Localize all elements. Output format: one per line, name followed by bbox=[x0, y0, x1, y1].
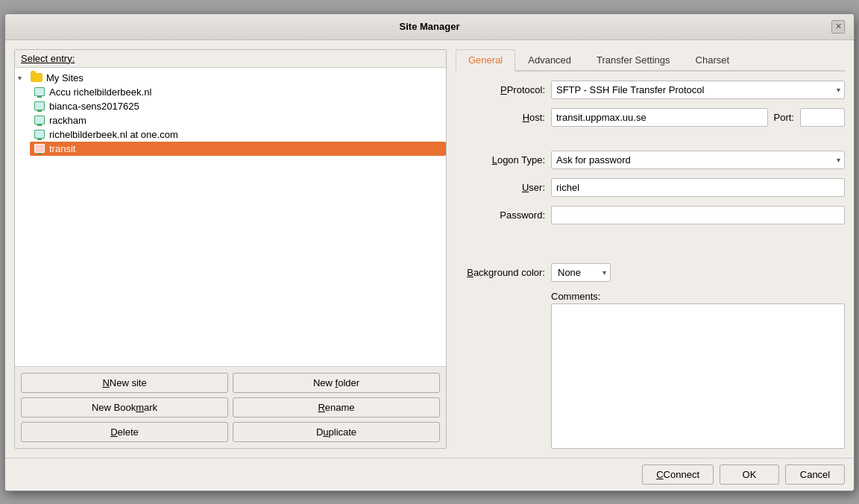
tree-item-label: bianca-sens2017625 bbox=[49, 101, 139, 112]
host-row: Host: Port: bbox=[456, 108, 845, 127]
action-buttons: NNew site New folder New Bookmark Rename… bbox=[15, 366, 446, 448]
bottom-bar: CConnect OK Cancel bbox=[5, 458, 854, 491]
delete-button[interactable]: Delete bbox=[21, 422, 228, 442]
tree-item[interactable]: Accu richelbilderbeek.nl bbox=[30, 85, 446, 99]
tree-item-selected[interactable]: transit bbox=[30, 142, 446, 156]
tree-item[interactable]: richelbilderbeek.nl at one.com bbox=[30, 127, 446, 142]
logon-type-row: Logon Type: Ask for password Normal Anon… bbox=[456, 151, 845, 169]
connect-button[interactable]: CConnect bbox=[642, 464, 714, 485]
site-icon bbox=[33, 129, 46, 139]
dialog-body: Select entry: ▾ My Sites Accu richelbild… bbox=[5, 40, 854, 458]
protocol-label: PProtocol: bbox=[456, 84, 545, 95]
tab-charset[interactable]: Charset bbox=[683, 49, 743, 72]
user-input[interactable] bbox=[551, 178, 845, 197]
user-label: User: bbox=[456, 182, 545, 193]
ok-button[interactable]: OK bbox=[720, 464, 779, 485]
port-label: Port: bbox=[774, 112, 794, 123]
cancel-button[interactable]: Cancel bbox=[785, 464, 845, 485]
comments-label: Comments: bbox=[551, 291, 845, 302]
title-bar: Site Manager ✕ bbox=[5, 14, 854, 40]
logon-select[interactable]: Ask for password Normal Anonymous bbox=[551, 151, 845, 169]
tab-advanced[interactable]: Advanced bbox=[515, 49, 584, 72]
logon-select-wrapper: Ask for password Normal Anonymous ▾ bbox=[551, 151, 845, 169]
new-site-button[interactable]: NNew site bbox=[21, 373, 228, 393]
duplicate-button[interactable]: Duplicate bbox=[233, 422, 440, 442]
bg-color-select[interactable]: None Red Green Blue bbox=[551, 263, 611, 282]
tree-root-item[interactable]: ▾ My Sites bbox=[15, 71, 446, 85]
new-bookmark-button[interactable]: New Bookmark bbox=[21, 397, 228, 418]
settings-form: PProtocol: SFTP - SSH File Transfer Prot… bbox=[456, 81, 845, 449]
tree-item-label: richelbilderbeek.nl at one.com bbox=[49, 129, 178, 140]
comments-textarea[interactable] bbox=[551, 303, 845, 449]
tab-general[interactable]: General bbox=[456, 49, 515, 72]
port-input[interactable] bbox=[800, 108, 845, 127]
right-panel: General Advanced Transfer Settings Chars… bbox=[447, 49, 845, 449]
tree-root-label: My Sites bbox=[46, 72, 84, 84]
select-entry-label: Select entry: bbox=[15, 50, 446, 68]
close-button[interactable]: ✕ bbox=[831, 20, 845, 34]
tree-expand-icon[interactable]: ▾ bbox=[18, 74, 30, 82]
tree-item-label: Accu richelbilderbeek.nl bbox=[49, 86, 151, 98]
protocol-select[interactable]: SFTP - SSH File Transfer Protocol FTP FT… bbox=[551, 81, 845, 99]
password-row: Password: bbox=[456, 206, 845, 224]
host-label: Host: bbox=[456, 112, 545, 123]
bg-color-row: Background color: None Red Green Blue ▾ bbox=[456, 263, 845, 282]
protocol-select-wrapper: SFTP - SSH File Transfer Protocol FTP FT… bbox=[551, 81, 845, 99]
tab-transfer-settings[interactable]: Transfer Settings bbox=[584, 49, 683, 72]
comments-section: Comments: bbox=[456, 291, 845, 449]
site-manager-dialog: Site Manager ✕ Select entry: ▾ My Sites bbox=[4, 13, 855, 491]
tree-item[interactable]: rackham bbox=[30, 113, 446, 127]
rename-button[interactable]: Rename bbox=[233, 397, 440, 418]
tree-item-label: rackham bbox=[49, 115, 86, 126]
password-label: Password: bbox=[456, 210, 545, 221]
site-icon bbox=[33, 86, 46, 97]
user-row: User: bbox=[456, 178, 845, 197]
site-icon bbox=[33, 101, 46, 111]
left-panel: Select entry: ▾ My Sites Accu richelbild… bbox=[14, 49, 447, 449]
tree-item[interactable]: bianca-sens2017625 bbox=[30, 99, 446, 113]
host-input[interactable] bbox=[551, 108, 768, 127]
protocol-row: PProtocol: SFTP - SSH File Transfer Prot… bbox=[456, 81, 845, 99]
bg-color-label: Background color: bbox=[456, 267, 545, 278]
password-input[interactable] bbox=[551, 206, 845, 224]
tab-bar: General Advanced Transfer Settings Chars… bbox=[456, 49, 845, 72]
folder-icon bbox=[30, 72, 43, 83]
site-icon bbox=[33, 143, 46, 154]
logon-label: Logon Type: bbox=[456, 154, 545, 166]
site-tree[interactable]: ▾ My Sites Accu richelbilderbeek.nl bbox=[15, 68, 446, 366]
new-folder-button[interactable]: New folder bbox=[233, 373, 440, 393]
bg-color-select-wrapper: None Red Green Blue ▾ bbox=[551, 263, 611, 282]
site-icon bbox=[33, 115, 46, 125]
dialog-title: Site Manager bbox=[28, 21, 831, 32]
tree-item-label: transit bbox=[49, 143, 75, 154]
